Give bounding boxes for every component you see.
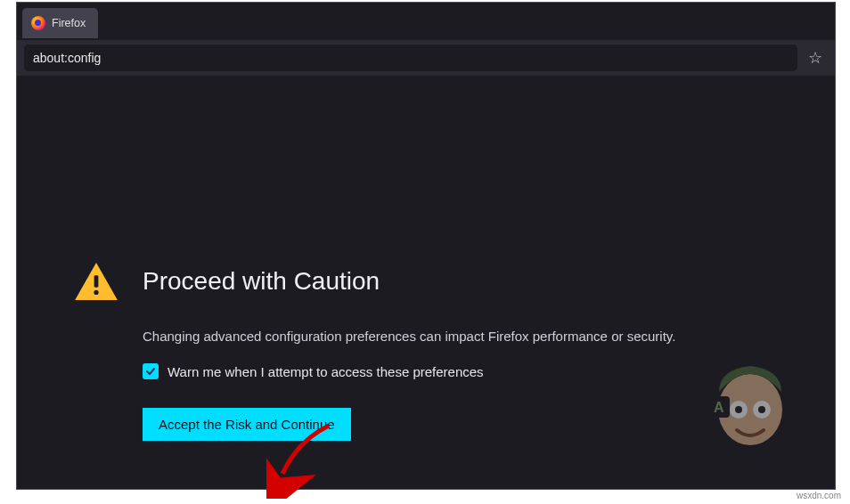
svg-rect-0 (94, 275, 99, 287)
warn-checkbox-row[interactable]: Warn me when I attempt to access these p… (143, 363, 779, 379)
bookmark-star-icon[interactable]: ☆ (803, 48, 828, 68)
checkbox-checked-icon[interactable] (143, 363, 159, 379)
tab-title: Firefox (52, 17, 86, 29)
warning-description: Changing advanced configuration preferen… (143, 329, 779, 344)
url-text: about:config (33, 51, 101, 65)
content-area: Proceed with Caution Changing advanced c… (17, 76, 835, 489)
svg-text:A: A (714, 400, 724, 415)
warning-title: Proceed with Caution (143, 267, 380, 296)
warning-triangle-icon (75, 263, 118, 300)
svg-point-5 (735, 406, 742, 413)
accept-risk-button[interactable]: Accept the Risk and Continue (143, 408, 351, 441)
url-bar[interactable]: about:config (24, 45, 797, 71)
browser-tab[interactable]: Firefox (22, 8, 98, 38)
watermark-text: wsxdn.com (797, 491, 841, 500)
browser-window: Firefox about:config ☆ Proceed with Caut… (16, 2, 836, 490)
firefox-logo-icon (31, 16, 45, 30)
nav-bar: about:config ☆ (17, 40, 835, 76)
warning-panel: Proceed with Caution Changing advanced c… (75, 263, 779, 441)
tab-bar: Firefox (17, 3, 835, 40)
svg-point-1 (94, 290, 98, 295)
svg-point-6 (758, 406, 765, 413)
watermark-mascot-icon: A (701, 361, 799, 459)
checkbox-label: Warn me when I attempt to access these p… (168, 364, 484, 379)
warning-title-row: Proceed with Caution (75, 263, 779, 300)
